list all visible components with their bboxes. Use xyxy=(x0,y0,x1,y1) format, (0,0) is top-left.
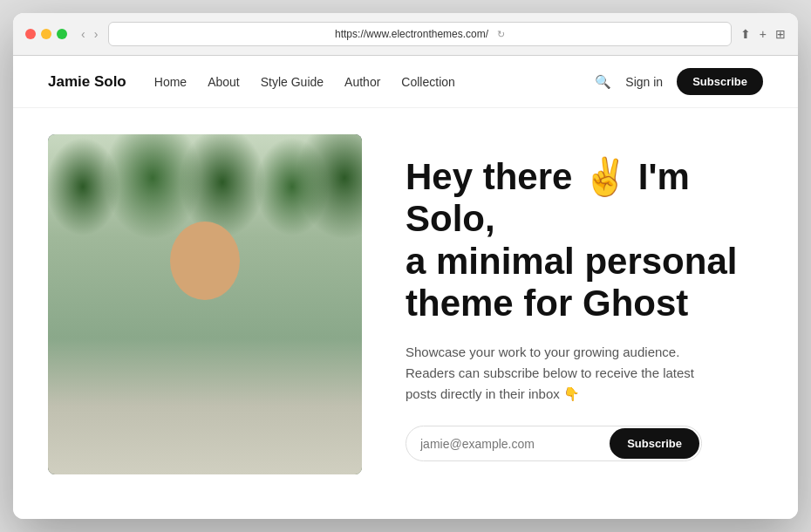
hero-title-line3: theme for Ghost xyxy=(406,283,688,324)
sign-in-link[interactable]: Sign in xyxy=(625,75,663,89)
hero-description: Showcase your work to your growing audie… xyxy=(406,342,702,405)
back-arrow[interactable]: ‹ xyxy=(79,27,87,41)
site-logo[interactable]: Jamie Solo xyxy=(48,73,126,91)
nav-link-home[interactable]: Home xyxy=(154,75,187,89)
share-icon[interactable]: ⬆ xyxy=(740,27,751,41)
hero-image-container xyxy=(48,134,362,474)
hero-content: Hey there ✌️ I'm Solo, a minimal persona… xyxy=(406,134,763,474)
page-content: Jamie Solo Home About Style Guide Author… xyxy=(13,56,798,519)
browser-chrome: ‹ › https://www.electronthemes.com/ ↻ ⬆ … xyxy=(13,13,798,56)
traffic-lights xyxy=(25,29,67,39)
traffic-light-fullscreen[interactable] xyxy=(57,29,67,39)
hero-title: Hey there ✌️ I'm Solo, a minimal persona… xyxy=(406,156,763,324)
hero-section: Hey there ✌️ I'm Solo, a minimal persona… xyxy=(13,108,798,501)
hero-title-line1: Hey there ✌️ I'm Solo, xyxy=(406,156,690,239)
browser-actions: ⬆ + ⊞ xyxy=(740,27,786,41)
grid-icon[interactable]: ⊞ xyxy=(775,27,786,41)
subscribe-button-form[interactable]: Subscribe xyxy=(610,428,699,459)
nav-right: 🔍 Sign in Subscribe xyxy=(595,68,763,95)
site-nav: Jamie Solo Home About Style Guide Author… xyxy=(13,56,798,108)
traffic-light-close[interactable] xyxy=(25,29,36,39)
nav-link-about[interactable]: About xyxy=(208,75,240,89)
browser-window: ‹ › https://www.electronthemes.com/ ↻ ⬆ … xyxy=(13,13,798,519)
hero-image xyxy=(48,134,362,474)
subscribe-email-input[interactable] xyxy=(406,428,608,460)
traffic-light-minimize[interactable] xyxy=(41,29,51,39)
tree-background xyxy=(48,134,362,474)
reload-icon[interactable]: ↻ xyxy=(497,29,505,40)
nav-link-style-guide[interactable]: Style Guide xyxy=(261,75,324,89)
nav-link-collection[interactable]: Collection xyxy=(401,75,454,89)
nav-arrows: ‹ › xyxy=(79,27,99,41)
search-icon[interactable]: 🔍 xyxy=(595,74,611,90)
nav-links: Home About Style Guide Author Collection xyxy=(154,75,596,89)
new-tab-icon[interactable]: + xyxy=(760,27,767,41)
hero-title-line2: a minimal personal xyxy=(406,241,737,282)
url-bar[interactable]: https://www.electronthemes.com/ ↻ xyxy=(108,22,731,46)
forward-arrow[interactable]: › xyxy=(92,27,100,41)
subscribe-button-nav[interactable]: Subscribe xyxy=(677,68,763,95)
subscribe-form: Subscribe xyxy=(406,426,702,461)
nav-link-author[interactable]: Author xyxy=(344,75,380,89)
url-text: https://www.electronthemes.com/ xyxy=(335,28,488,40)
